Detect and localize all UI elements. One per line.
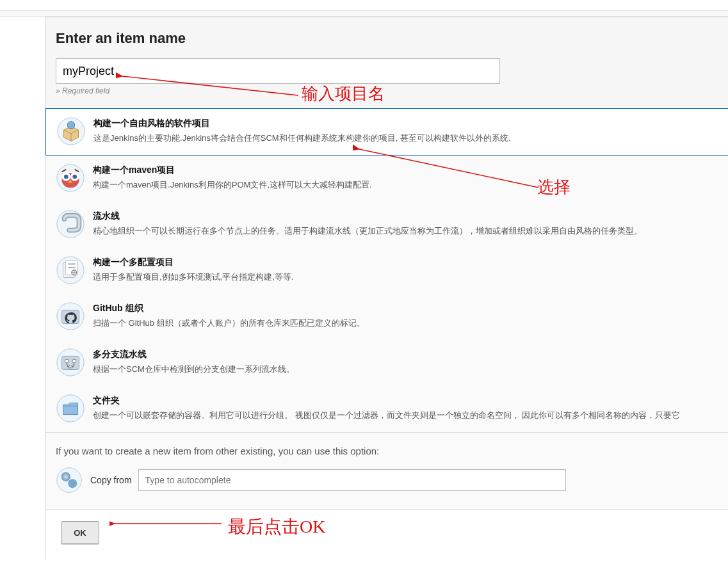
option-description: 这是Jenkins的主要功能.Jenkins将会结合任何SCM和任何构建系统来构… xyxy=(93,132,718,145)
option-description: 构建一个maven项目.Jenkins利用你的POM文件,这样可以大大减轻构建配… xyxy=(93,179,718,191)
option-title: GitHub 组织 xyxy=(93,303,718,314)
svg-point-5 xyxy=(67,122,75,129)
svg-point-31 xyxy=(68,479,77,488)
item-type-option[interactable]: 构建一个maven项目 构建一个maven项目.Jenkins利用你的POM文件… xyxy=(45,156,728,202)
copy-icon xyxy=(56,467,83,494)
copy-from-label: Copy from xyxy=(90,475,132,485)
item-type-option[interactable]: GitHub 组织 扫描一个 GitHub 组织（或者个人账户）的所有仓库来匹配… xyxy=(45,294,728,340)
required-field-note: » Required field xyxy=(56,86,718,95)
option-title: 流水线 xyxy=(93,211,718,222)
option-description: 创建一个可以嵌套存储的容器。利用它可以进行分组。 视图仅仅是一个过滤器，而文件夹… xyxy=(93,409,718,422)
footer-bar: OK 最后点击OK xyxy=(45,510,728,559)
svg-point-30 xyxy=(61,472,70,481)
box-icon xyxy=(56,117,86,146)
svg-point-11 xyxy=(72,175,77,179)
page-title: Enter an item name xyxy=(56,30,718,47)
item-type-option[interactable]: 构建一个多配置项目 适用于多配置项目,例如多环境测试,平台指定构建,等等. xyxy=(45,248,728,294)
copy-from-input[interactable] xyxy=(138,469,566,491)
item-name-input[interactable] xyxy=(56,58,500,84)
copy-from-section: If you want to create a new item from ot… xyxy=(45,432,728,509)
option-description: 扫描一个 GitHub 组织（或者个人账户）的所有仓库来匹配已定义的标记。 xyxy=(93,317,718,330)
option-title: 构建一个maven项目 xyxy=(93,165,718,176)
item-type-option[interactable]: 多分支流水线 根据一个SCM仓库中检测到的分支创建一系列流水线。 xyxy=(45,340,728,386)
multi-icon xyxy=(56,255,85,285)
svg-point-24 xyxy=(65,359,69,363)
svg-point-25 xyxy=(72,359,76,363)
option-title: 构建一个多配置项目 xyxy=(93,257,718,268)
item-type-option[interactable]: 流水线 精心地组织一个可以长期运行在多个节点上的任务。适用于构建流水线（更加正式… xyxy=(45,202,728,248)
option-title: 文件夹 xyxy=(93,395,718,406)
branch-icon xyxy=(56,348,85,377)
item-type-option[interactable]: 构建一个自由风格的软件项目 这是Jenkins的主要功能.Jenkins将会结合… xyxy=(45,108,728,156)
annotation-click-ok: 最后点击OK xyxy=(228,515,325,539)
pipe-icon xyxy=(56,209,85,239)
copy-from-description: If you want to create a new item from ot… xyxy=(56,446,718,456)
folder-icon xyxy=(56,394,85,423)
svg-point-10 xyxy=(64,175,69,179)
option-description: 精心地组织一个可以长期运行在多个节点上的任务。适用于构建流水线（更加正式地应当称… xyxy=(93,225,718,237)
github-icon xyxy=(56,302,85,331)
option-title: 构建一个自由风格的软件项目 xyxy=(93,118,718,129)
svg-point-28 xyxy=(57,468,82,493)
option-description: 适用于多配置项目,例如多环境测试,平台指定构建,等等. xyxy=(93,271,718,284)
owl-icon xyxy=(56,163,85,193)
item-type-option[interactable]: 文件夹 创建一个可以嵌套存储的容器。利用它可以进行分组。 视图仅仅是一个过滤器，… xyxy=(45,386,728,432)
option-description: 根据一个SCM仓库中检测到的分支创建一系列流水线。 xyxy=(93,363,718,376)
ok-button[interactable]: OK xyxy=(61,521,99,544)
new-item-form: Enter an item name » Required field 输入项目… xyxy=(45,17,728,510)
item-type-list: 构建一个自由风格的软件项目 这是Jenkins的主要功能.Jenkins将会结合… xyxy=(45,108,728,432)
option-title: 多分支流水线 xyxy=(93,349,718,360)
